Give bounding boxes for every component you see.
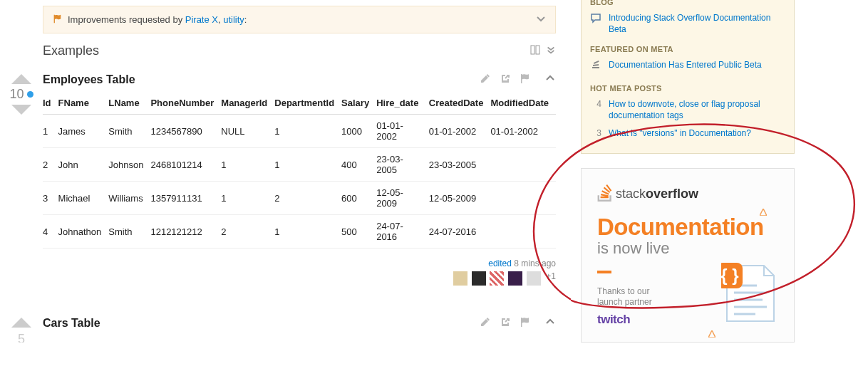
avatar[interactable] [490, 271, 504, 286]
example-cars: 5 Cars Table [43, 316, 556, 330]
chevron-up-icon[interactable] [539, 316, 556, 330]
avatar[interactable] [472, 271, 486, 286]
example-employees: 10 Employees Table Id FName LNam [43, 73, 556, 288]
edited-info: edited 8 mins ago [43, 258, 556, 268]
active-dot-icon [27, 91, 33, 98]
table-row: 3MichaelWilliams13579111311260012-05-200… [43, 182, 556, 215]
hot-score: 4 [590, 98, 601, 121]
avatar[interactable] [527, 271, 541, 286]
chevron-down-icon[interactable] [535, 13, 547, 26]
sidebar-bulletin: BLOG Introducing Stack Overflow Document… [581, 0, 795, 154]
downvote-button[interactable] [11, 105, 31, 115]
hot-meta-item[interactable]: 3 What is "versions" in Documentation? [590, 127, 785, 139]
featured-heading: FEATURED ON META [590, 45, 785, 53]
blog-item[interactable]: Introducing Stack Overflow Documentation… [590, 12, 785, 35]
table-header-row: Id FName LName PhoneNumber ManagerId Dep… [43, 92, 556, 115]
flag-icon [52, 14, 62, 26]
avatar[interactable] [453, 271, 467, 286]
avatar[interactable] [508, 271, 522, 286]
edit-icon[interactable] [474, 75, 491, 86]
upvote-button[interactable] [11, 74, 31, 84]
flag-icon[interactable] [513, 75, 530, 86]
user-link-piratex[interactable]: Pirate X [185, 14, 218, 25]
triangle-icon [760, 209, 767, 216]
meta-stack-icon [590, 59, 601, 74]
edited-link[interactable]: edited [488, 258, 512, 268]
stackoverflow-logo-icon [597, 184, 613, 204]
score-value: 5 [18, 332, 25, 343]
document-braces-icon: { } [721, 253, 778, 326]
hot-meta-item[interactable]: 4 How to downvote, close or flag proposa… [590, 98, 785, 121]
documentation-ad[interactable]: stackoverflow Documentation is now live … [581, 168, 795, 343]
table-row: 2JohnJohnson24681012141140023-03-200523-… [43, 148, 556, 182]
chevron-up-icon[interactable] [539, 73, 556, 86]
ad-brand: stackoverflow [616, 187, 698, 202]
example-title: Employees Table [43, 73, 474, 86]
external-link-icon[interactable] [494, 75, 511, 86]
improvements-notice[interactable]: Improvements requested by Pirate X, util… [43, 6, 556, 33]
example-title: Cars Table [43, 317, 474, 330]
flag-icon[interactable] [513, 319, 530, 330]
svg-marker-11 [708, 330, 715, 338]
table-row: 4JohnathonSmith12121212122150024-07-2016… [43, 215, 556, 249]
featured-item[interactable]: Documentation Has Entered Public Beta [590, 59, 785, 74]
avatar-overflow[interactable]: +1 [546, 271, 556, 281]
score-value: 10 [9, 87, 24, 102]
chevrons-down-icon[interactable] [546, 43, 556, 58]
upvote-button[interactable] [11, 318, 31, 328]
speech-icon [590, 12, 601, 35]
external-link-icon[interactable] [494, 319, 511, 330]
employees-data-table: Id FName LName PhoneNumber ManagerId Dep… [43, 92, 556, 249]
blog-heading: BLOG [590, 0, 785, 6]
svg-rect-0 [531, 46, 534, 54]
hot-meta-heading: HOT META POSTS [590, 84, 785, 93]
hot-score: 3 [590, 127, 601, 139]
svg-marker-10 [760, 209, 767, 216]
svg-rect-1 [536, 46, 539, 54]
svg-text:{ }: { } [721, 266, 739, 285]
examples-heading: Examples [43, 43, 99, 58]
improvements-text: Improvements requested by Pirate X, util… [68, 14, 535, 25]
triangle-icon [708, 330, 715, 338]
columns-icon[interactable] [530, 43, 540, 58]
ad-headline: Documentation [597, 214, 778, 241]
ad-divider [597, 271, 611, 273]
edit-icon[interactable] [474, 319, 491, 330]
user-link-utility[interactable]: utility [223, 14, 244, 25]
table-row: 1JamesSmith1234567890NULL1100001-01-2002… [43, 115, 556, 148]
